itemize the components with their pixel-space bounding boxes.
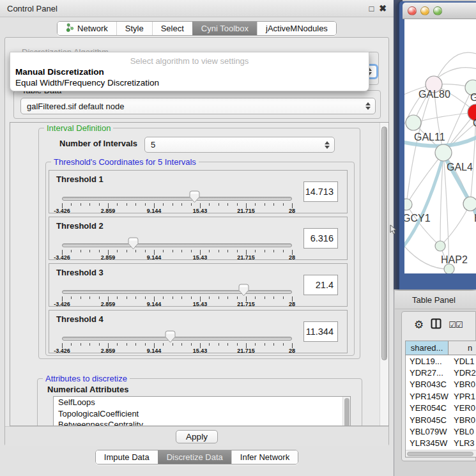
list-scrollbar[interactable] [342, 397, 350, 426]
vertical-scrollbar[interactable] [380, 123, 388, 426]
float-window-icon[interactable]: □ [369, 4, 374, 13]
split-view-icon[interactable] [431, 318, 441, 331]
scrollbar-thumb[interactable] [381, 127, 387, 360]
tick-label: 21.715 [237, 348, 255, 354]
algorithm-dropdown-popup: Select algorithm to view settings Manual… [10, 52, 369, 91]
group-title: Attributes to discretize [43, 374, 130, 383]
threshold-slider[interactable]: -3.4262.8599.14415.4321.71528 [62, 311, 292, 354]
tick-mark [181, 203, 182, 206]
select-columns-icon[interactable]: ☑☑ [449, 320, 462, 330]
threshold-value-field[interactable]: 11.344 [303, 321, 338, 342]
attribute-list-item[interactable]: SelfLoops [54, 397, 350, 408]
attribute-list-item[interactable]: BetweennessCentrality [54, 419, 350, 426]
tab-discretize-data[interactable]: Discretize Data [158, 450, 231, 464]
slider-thumb[interactable] [189, 190, 200, 203]
combobox-value: 5 [151, 140, 155, 150]
tick-mark [191, 203, 192, 206]
attribute-list-item[interactable]: TopologicalCoefficient [54, 408, 350, 420]
tick-mark [265, 296, 265, 299]
gear-icon[interactable]: ⚙ [414, 319, 424, 330]
zoom-traffic-light-icon[interactable] [433, 6, 442, 15]
network-canvas[interactable]: GAL80GCGAL11GAL4GCY1HHAP2 [404, 19, 476, 273]
slider-track[interactable] [62, 337, 292, 341]
scrollbar-thumb[interactable] [407, 452, 473, 456]
threshold-value-field[interactable]: 14.713 [303, 181, 338, 202]
slider-thumb[interactable] [128, 237, 139, 250]
interval-definition-group: Interval Definition Number of Intervals … [38, 128, 360, 359]
threshold-value-field[interactable]: 21.4 [303, 275, 338, 295]
table-cell: YBL0 [449, 427, 474, 436]
tick-mark [209, 203, 210, 206]
tick-label: 2.859 [101, 301, 116, 307]
tick-mark [255, 250, 256, 252]
tick-mark [89, 296, 90, 299]
numerical-attributes-label: Numerical Attributes [47, 385, 128, 394]
tab-infer-network[interactable]: Infer Network [231, 450, 298, 464]
threshold-value-field[interactable]: 6.316 [303, 228, 338, 249]
network-node[interactable] [435, 241, 445, 251]
minimize-traffic-light-icon[interactable] [420, 6, 429, 15]
horizontal-scrollbar[interactable] [406, 450, 476, 457]
tick-label: 2.859 [101, 208, 116, 214]
tab-jactivemnodules[interactable]: jActiveMNodules [257, 22, 336, 35]
network-node[interactable] [444, 264, 454, 273]
network-node[interactable] [463, 197, 476, 211]
table-row[interactable]: YDR27...YDR2 [406, 367, 476, 378]
threshold-slider[interactable]: -3.4262.8599.14415.4321.71528 [62, 264, 292, 307]
apply-button[interactable]: Apply [176, 430, 218, 443]
table-row[interactable]: YPR145WYPR1 [406, 390, 476, 402]
table-rows: YDL19...YDL1YDR27...YDR2YBR043CYBR0YPR14… [406, 355, 476, 450]
dropdown-option-equal-width-frequency[interactable]: Equal Width/Frequency Discretization [10, 77, 369, 88]
tick-mark [237, 250, 238, 252]
tick-mark [173, 343, 173, 346]
network-node[interactable] [406, 115, 421, 130]
table-row[interactable]: YBR045CYBR0 [406, 414, 476, 426]
tick-mark [273, 250, 274, 252]
close-icon[interactable]: ✖ [379, 3, 387, 13]
table-data-combobox[interactable]: galFiltered.sif default node [20, 98, 376, 114]
tick-mark [227, 343, 228, 346]
slider-track[interactable] [62, 290, 292, 294]
slider-thumb[interactable] [165, 330, 176, 343]
tab-label: Select [161, 24, 184, 33]
tab-style[interactable]: Style [116, 22, 152, 35]
tick-mark [81, 296, 81, 299]
tab-label: Cyni Toolbox [201, 24, 249, 33]
network-edge[interactable] [440, 204, 470, 246]
network-node[interactable] [435, 144, 452, 161]
tick-mark [265, 203, 265, 206]
table-row[interactable]: YBL079WYBL0 [406, 426, 476, 437]
tick-mark [145, 296, 146, 299]
tab-impute-data[interactable]: Impute Data [96, 450, 158, 464]
cyni-mode-tabbar: Impute Data Discretize Data Infer Networ… [0, 450, 394, 464]
table-row[interactable]: YLR345WYLR3 [406, 438, 476, 449]
threshold-slider[interactable]: -3.4262.8599.14415.4321.71528 [62, 217, 292, 261]
tick-mark [99, 203, 100, 206]
tick-mark [237, 343, 238, 346]
tick-label: 9.144 [147, 254, 162, 261]
network-window-titlebar[interactable] [403, 3, 476, 19]
table-cell: YLR3 [449, 438, 475, 448]
tab-cyni-toolbox[interactable]: Cyni Toolbox [192, 22, 257, 35]
column-header-name[interactable]: n [449, 341, 476, 355]
column-header-shared-name[interactable]: shared... [406, 341, 449, 355]
close-traffic-light-icon[interactable] [408, 6, 417, 15]
slider-thumb[interactable] [238, 284, 249, 296]
num-intervals-combobox[interactable]: 5 [144, 137, 335, 153]
slider-track[interactable] [62, 197, 292, 201]
tick-label: 28 [289, 208, 295, 214]
tab-network[interactable]: Network [58, 22, 116, 35]
network-node[interactable] [404, 199, 412, 210]
tick-mark [173, 296, 173, 299]
tab-label: Style [125, 24, 144, 33]
control-panel-tabbar: Network Style Select Cyni Toolbox jActiv… [0, 21, 394, 36]
dropdown-option-manual-discretization[interactable]: Manual Discretization [10, 66, 369, 77]
tick-mark [191, 343, 192, 346]
slider-track[interactable] [62, 243, 292, 247]
threshold-slider[interactable]: -3.4262.8599.14415.4321.71528 [62, 171, 292, 214]
tab-select[interactable]: Select [152, 22, 192, 35]
tick-mark [71, 250, 72, 252]
table-row[interactable]: YDL19...YDL1 [406, 355, 476, 367]
table-row[interactable]: YER054CYER0 [406, 403, 476, 414]
table-row[interactable]: YBR043CYBR0 [406, 379, 476, 390]
